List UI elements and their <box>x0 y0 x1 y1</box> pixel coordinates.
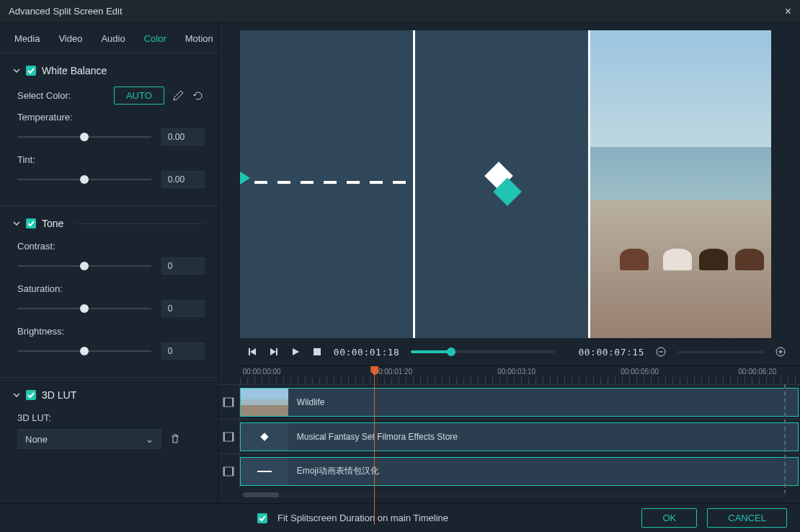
tint-input[interactable] <box>161 171 205 188</box>
preview-pane-1[interactable] <box>240 30 415 338</box>
delete-icon[interactable] <box>169 433 182 445</box>
section-3d-lut: 3D LUT 3D LUT: None ⌄ <box>0 378 218 465</box>
play-button[interactable] <box>290 347 301 357</box>
reset-icon[interactable] <box>192 89 205 102</box>
zoom-out-button[interactable] <box>656 347 666 357</box>
clip-wildlife[interactable]: Wildlife <box>240 388 799 417</box>
section-tone: Tone Contrast: Saturation: Brightness: <box>0 206 218 378</box>
zoom-slider[interactable] <box>677 351 764 353</box>
clip-end-marker <box>784 384 786 495</box>
white-balance-checkbox[interactable] <box>26 66 36 76</box>
temperature-input[interactable] <box>161 128 205 146</box>
insert-indicator-icon <box>240 172 250 185</box>
property-tabs: Media Video Audio Color Motion <box>0 23 218 53</box>
logo-icon <box>480 163 523 206</box>
clip-thumbnail <box>241 458 288 485</box>
temperature-slider[interactable] <box>17 130 151 144</box>
zoom-in-button[interactable] <box>775 347 786 357</box>
content-area: 00:00:01:18 00:00:07:15 00:00:00:00 00:0… <box>218 23 800 503</box>
fit-duration-checkbox[interactable] <box>257 513 267 523</box>
stop-button[interactable] <box>312 347 322 357</box>
clip-label: Emoji动画表情包汉化 <box>288 465 379 477</box>
ok-button[interactable]: OK <box>641 508 697 528</box>
lut-select[interactable]: None ⌄ <box>17 429 161 449</box>
tab-color[interactable]: Color <box>144 33 166 44</box>
video-track-icon[interactable] <box>218 454 240 488</box>
current-timecode: 00:00:01:18 <box>334 347 400 358</box>
total-timecode: 00:00:07:15 <box>578 347 644 358</box>
contrast-slider[interactable] <box>17 259 151 273</box>
auto-button[interactable]: AUTO <box>114 87 164 105</box>
preview-area[interactable] <box>240 30 771 338</box>
saturation-input[interactable] <box>161 300 205 317</box>
brightness-slider[interactable] <box>17 344 151 358</box>
cancel-button[interactable]: CANCEL <box>707 508 787 528</box>
fit-duration-label: Fit Splitscreen Duration on main Timelin… <box>277 513 448 523</box>
tint-label: Tint: <box>13 150 205 167</box>
video-track-icon[interactable] <box>218 420 240 453</box>
playhead[interactable] <box>374 366 375 525</box>
clip-label: Wildlife <box>288 397 325 407</box>
white-balance-title: White Balance <box>42 65 107 76</box>
timeline-ruler[interactable]: 00:00:00:00 00:00:01:20 00:00:03:10 00:0… <box>240 365 800 384</box>
svg-rect-4 <box>223 398 225 407</box>
lut-checkbox[interactable] <box>26 390 36 400</box>
clip-thumbnail <box>241 389 288 416</box>
chevron-down-icon: ⌄ <box>146 434 154 445</box>
lut-title: 3D LUT <box>42 389 76 401</box>
chevron-down-icon[interactable] <box>13 391 20 399</box>
lut-label: 3D LUT: <box>13 408 205 425</box>
guide-line <box>254 181 413 184</box>
clip-label: Musical Fantasy Set Filmora Effects Stor… <box>288 432 458 442</box>
brightness-input[interactable] <box>161 342 205 360</box>
select-color-label: Select Color: <box>17 90 71 101</box>
saturation-label: Saturation: <box>13 279 205 296</box>
clip-thumbnail <box>241 423 288 451</box>
title-bar: Advanced Split Screen Edit × <box>0 0 800 23</box>
horizontal-scrollbar[interactable] <box>243 492 786 497</box>
svg-rect-8 <box>232 433 234 441</box>
tab-motion[interactable]: Motion <box>185 33 213 44</box>
timeline-tracks: Wildlife Musical Fantasy Set Filmora Eff… <box>218 384 800 503</box>
tab-media[interactable]: Media <box>14 33 40 44</box>
saturation-slider[interactable] <box>17 301 151 316</box>
chevron-down-icon[interactable] <box>13 67 20 74</box>
playback-controls: 00:00:01:18 00:00:07:15 <box>218 338 800 365</box>
contrast-input[interactable] <box>161 257 205 275</box>
contrast-label: Contrast: <box>13 236 205 253</box>
svg-rect-3 <box>223 398 234 407</box>
clip-musical-fantasy[interactable]: Musical Fantasy Set Filmora Effects Stor… <box>240 422 799 451</box>
clip-emoji[interactable]: Emoji动画表情包汉化 <box>240 457 799 486</box>
svg-rect-5 <box>232 398 234 407</box>
svg-rect-6 <box>223 433 234 441</box>
svg-rect-0 <box>314 348 321 355</box>
tab-audio[interactable]: Audio <box>101 33 125 44</box>
track-row: Musical Fantasy Set Filmora Effects Stor… <box>218 419 800 453</box>
track-row: Emoji动画表情包汉化 <box>218 453 800 488</box>
track-row: Wildlife <box>218 384 800 419</box>
properties-panel: Media Video Audio Color Motion White Bal… <box>0 23 218 503</box>
svg-rect-10 <box>223 467 225 476</box>
tab-video[interactable]: Video <box>58 33 82 44</box>
preview-pane-2[interactable] <box>415 30 590 338</box>
eyedropper-icon[interactable] <box>172 89 185 102</box>
tone-title: Tone <box>42 218 63 229</box>
footer-bar: Fit Splitscreen Duration on main Timelin… <box>0 503 800 532</box>
svg-rect-7 <box>223 433 225 441</box>
section-white-balance: White Balance Select Color: AUTO Tempera… <box>0 53 218 206</box>
tint-slider[interactable] <box>17 172 151 187</box>
video-track-icon[interactable] <box>218 385 240 419</box>
chevron-down-icon[interactable] <box>13 220 20 227</box>
temperature-label: Temperature: <box>13 107 205 124</box>
window-title: Advanced Split Screen Edit <box>9 6 123 17</box>
lut-selected: None <box>25 434 146 445</box>
svg-rect-11 <box>232 467 234 476</box>
close-icon[interactable]: × <box>785 5 791 18</box>
preview-pane-3[interactable] <box>590 30 771 338</box>
next-frame-button[interactable] <box>269 347 279 357</box>
tone-checkbox[interactable] <box>26 218 36 229</box>
progress-bar[interactable] <box>411 350 555 353</box>
prev-frame-button[interactable] <box>247 347 257 357</box>
brightness-label: Brightness: <box>13 322 205 338</box>
svg-rect-9 <box>223 467 234 476</box>
